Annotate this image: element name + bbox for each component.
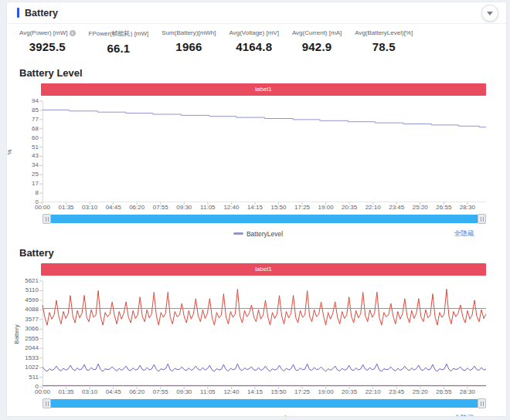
y-tick-label: 2044 bbox=[21, 345, 39, 351]
y-tick-label: 8 bbox=[21, 190, 39, 196]
battery-chart[interactable] bbox=[42, 281, 486, 387]
x-tick-label: 09:30 bbox=[176, 388, 192, 395]
stat-column: Avg(Power) [mW]i3925.5 bbox=[19, 29, 76, 55]
scrollbar-track[interactable] bbox=[44, 215, 484, 223]
x-tick-label: 23:45 bbox=[389, 204, 404, 211]
x-tick-label: 19:00 bbox=[318, 388, 334, 395]
x-tick-label: 06:20 bbox=[129, 204, 144, 211]
chevron-down-icon bbox=[487, 12, 493, 15]
y-tick-label: 34 bbox=[21, 162, 39, 168]
y-tick-label: 4599 bbox=[21, 297, 39, 303]
scrollbar-right-handle[interactable] bbox=[478, 398, 486, 408]
section-title: Battery Level bbox=[19, 67, 497, 79]
hide-all-link[interactable]: 全隐藏 bbox=[454, 414, 474, 418]
y-tick-label: 5621 bbox=[21, 278, 39, 284]
series-line-batterylevel bbox=[42, 110, 486, 127]
x-tick-label: 25:20 bbox=[413, 388, 428, 395]
x-tick-label: 06:20 bbox=[129, 388, 144, 395]
battery-level-section: Battery Level label1 % 94857768605143342… bbox=[7, 67, 506, 241]
stat-column: Sum(Battery)[mWh]1966 bbox=[162, 29, 216, 55]
x-tick-label: 20:35 bbox=[342, 388, 357, 395]
scrollbar-left-handle[interactable] bbox=[42, 214, 51, 224]
stat-label: FPower(帧能耗) [mW] bbox=[89, 29, 149, 38]
summary-stats-row: Avg(Power) [mW]i3925.5FPower(帧能耗) [mW]66… bbox=[7, 24, 506, 61]
y-tick-label: 25 bbox=[21, 171, 39, 178]
collapse-button[interactable] bbox=[481, 5, 498, 22]
stat-label: Avg(Voltage) [mV] bbox=[230, 29, 279, 36]
legend-item-power[interactable]: Power bbox=[168, 415, 200, 418]
annotation-banner: label1 bbox=[41, 83, 486, 96]
battery-plot-area[interactable]: Battery 56215110459940883577306625552044… bbox=[42, 281, 486, 387]
stat-value: 66.1 bbox=[89, 42, 149, 55]
legend-label: Current bbox=[326, 415, 348, 418]
x-tick-label: 22:10 bbox=[366, 388, 381, 395]
x-tick-label: 12:40 bbox=[223, 388, 239, 395]
y-tick-label: 60 bbox=[21, 135, 39, 141]
legend-item-fpower[interactable]: FPower bbox=[214, 415, 250, 418]
hide-all-link[interactable]: 全隐藏 bbox=[454, 229, 474, 239]
x-axis-labels: 00:0001:3503:1004:4506:2007:5509:3011:05… bbox=[42, 387, 486, 397]
legend-item-voltage[interactable]: Voltage bbox=[264, 415, 298, 418]
y-axis-title: Battery bbox=[13, 324, 20, 344]
stat-value: 942.9 bbox=[292, 40, 342, 53]
x-tick-label: 04:45 bbox=[106, 204, 121, 211]
info-icon[interactable]: i bbox=[70, 30, 76, 36]
battery-section: Battery label1 Battery 56215110459940883… bbox=[7, 247, 506, 417]
y-tick-label: 1022 bbox=[21, 364, 39, 371]
x-tick-label: 11:05 bbox=[200, 388, 215, 395]
panel-title: Battery bbox=[25, 8, 58, 19]
legend-item-current[interactable]: Current bbox=[313, 415, 348, 418]
stat-label: Avg(BatteryLevel)[%] bbox=[355, 29, 413, 36]
x-tick-label: 09:30 bbox=[176, 204, 192, 211]
chart-scrollbar[interactable] bbox=[42, 398, 486, 408]
legend-item-batterylevel[interactable]: BatteryLevel bbox=[233, 230, 283, 238]
x-tick-label: 17:25 bbox=[294, 204, 310, 211]
x-tick-label: 14:15 bbox=[247, 204, 263, 211]
chart-legend: PowerFPowerVoltageCurrent全隐藏 bbox=[19, 411, 497, 417]
series-line-current bbox=[42, 364, 486, 371]
scrollbar-right-handle[interactable] bbox=[478, 214, 486, 224]
x-tick-label: 03:10 bbox=[82, 204, 97, 211]
y-tick-label: 43 bbox=[21, 153, 39, 159]
legend-label: Voltage bbox=[277, 415, 298, 418]
x-tick-label: 19:00 bbox=[318, 204, 334, 211]
x-tick-label: 11:05 bbox=[200, 204, 215, 211]
stat-value: 1966 bbox=[162, 40, 216, 53]
battery-level-plot-area[interactable]: % 9485776860514334251780 bbox=[42, 101, 486, 202]
stat-column: Avg(BatteryLevel)[%]78.5 bbox=[355, 29, 413, 55]
header-accent-bar bbox=[17, 8, 19, 18]
x-tick-label: 14:15 bbox=[247, 388, 263, 395]
y-tick-label: 3577 bbox=[21, 317, 39, 323]
stat-label: Avg(Current) [mA] bbox=[292, 29, 342, 36]
stat-label: Avg(Power) [mW]i bbox=[19, 29, 76, 36]
panel-header: Battery bbox=[7, 2, 506, 24]
battery-panel: Battery Avg(Power) [mW]i3925.5FPower(帧能耗… bbox=[6, 2, 507, 417]
legend-label: BatteryLevel bbox=[246, 230, 283, 238]
battery-level-chart[interactable] bbox=[42, 101, 486, 202]
legend-marker bbox=[233, 232, 243, 235]
x-tick-label: 15:50 bbox=[270, 388, 286, 395]
chart-legend: BatteryLevel全隐藏 bbox=[19, 226, 497, 241]
x-tick-label: 26:55 bbox=[436, 204, 451, 211]
annotation-banner: label1 bbox=[41, 263, 486, 276]
stat-label: Sum(Battery)[mWh] bbox=[162, 29, 216, 36]
x-tick-label: 00:00 bbox=[35, 204, 50, 211]
scrollbar-track[interactable] bbox=[44, 399, 484, 408]
x-tick-label: 01:35 bbox=[59, 204, 74, 211]
y-tick-label: 3066 bbox=[21, 326, 39, 332]
stat-column: Avg(Voltage) [mV]4164.8 bbox=[230, 29, 279, 55]
y-tick-label: 4088 bbox=[21, 307, 39, 313]
series-line-power bbox=[42, 290, 486, 326]
x-tick-label: 01:35 bbox=[59, 388, 74, 395]
y-tick-label: 68 bbox=[21, 126, 39, 132]
y-tick-label: 51 bbox=[21, 144, 39, 151]
y-tick-label: 17 bbox=[21, 181, 39, 187]
y-tick-label: 2555 bbox=[21, 336, 39, 342]
x-tick-label: 17:25 bbox=[294, 388, 310, 395]
x-tick-label: 25:20 bbox=[413, 204, 428, 211]
stat-column: FPower(帧能耗) [mW]66.1 bbox=[89, 29, 149, 55]
x-axis-labels: 00:0001:3503:1004:4506:2007:5509:3011:05… bbox=[42, 202, 486, 212]
legend-label: FPower bbox=[227, 415, 250, 418]
scrollbar-left-handle[interactable] bbox=[42, 398, 51, 408]
chart-scrollbar[interactable] bbox=[42, 214, 486, 224]
